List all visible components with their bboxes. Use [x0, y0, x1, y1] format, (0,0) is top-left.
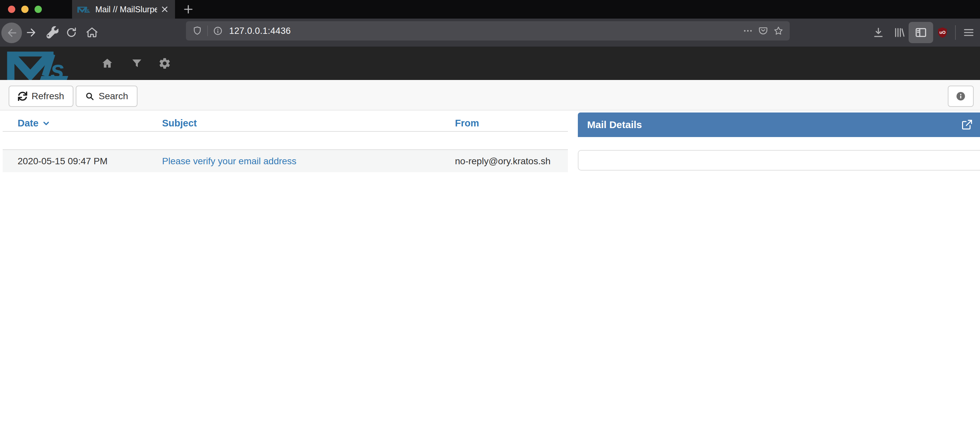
toolbar-separator [955, 25, 956, 40]
mail-subject-cell: Please verify your email address [147, 150, 440, 172]
gear-icon[interactable] [158, 57, 171, 70]
back-button[interactable] [1, 22, 22, 43]
about-button[interactable] [948, 86, 974, 107]
refresh-button-label: Refresh [32, 91, 64, 102]
mail-details-heading: Mail Details [578, 113, 980, 137]
mailslurper-logo: s [6, 50, 72, 80]
search-button[interactable]: Search [76, 86, 137, 107]
app-header: s [0, 47, 980, 80]
refresh-button[interactable]: Refresh [9, 86, 73, 107]
table-row-empty [3, 132, 568, 149]
page-actions-icon[interactable] [743, 25, 753, 36]
new-tab-icon[interactable] [182, 3, 195, 16]
sort-caret-down-icon [42, 119, 51, 128]
browser-tab[interactable]: s Mail // MailSlurper [72, 0, 175, 19]
filter-icon[interactable] [130, 57, 143, 70]
mail-details-title: Mail Details [587, 119, 642, 130]
mail-date-cell: 2020-05-15 09:47 PM [3, 150, 147, 172]
bookmark-star-icon[interactable] [773, 25, 784, 36]
search-icon [85, 92, 94, 101]
maximize-window-button[interactable] [35, 6, 42, 13]
mail-from-cell: no-reply@ory.kratos.sh [440, 150, 568, 172]
download-icon[interactable] [872, 26, 885, 39]
site-info-icon[interactable] [213, 25, 223, 36]
app-home-icon[interactable] [101, 57, 114, 70]
column-header-date[interactable]: Date [3, 116, 147, 131]
menu-icon[interactable] [963, 26, 975, 39]
mail-details-body [578, 150, 980, 170]
sidebar-toggle-button[interactable] [908, 22, 933, 43]
svg-text:uO: uO [940, 30, 945, 35]
urlbar-divider [207, 25, 208, 36]
tracking-shield-icon[interactable] [192, 25, 202, 36]
minimize-window-button[interactable] [21, 6, 29, 13]
back-icon [5, 27, 18, 39]
ublock-origin-icon[interactable]: uO [936, 26, 949, 39]
url-bar[interactable]: 127.0.0.1:4436 [186, 21, 790, 40]
forward-icon[interactable] [25, 26, 38, 39]
pocket-icon[interactable] [758, 25, 768, 36]
wrench-icon[interactable] [46, 26, 59, 39]
tab-close-icon[interactable] [160, 4, 170, 14]
info-circle-icon [955, 91, 966, 102]
browser-titlebar: s Mail // MailSlurper [0, 0, 980, 19]
tab-favicon-mailslurper-icon: s [77, 6, 91, 13]
refresh-icon [18, 92, 27, 101]
page-toolbar: Refresh Search [0, 80, 980, 111]
close-window-button[interactable] [8, 6, 15, 13]
library-icon[interactable] [893, 26, 905, 39]
mail-list-table: Date Subject From 2020-05-15 09:47 PM Pl… [3, 116, 568, 172]
table-row[interactable]: 2020-05-15 09:47 PM Please verify your e… [3, 149, 568, 172]
column-header-subject: Subject [147, 116, 440, 131]
mail-details-panel: Mail Details [578, 113, 980, 170]
external-link-icon[interactable] [961, 119, 973, 131]
browser-navbar: 127.0.0.1:4436 uO [0, 19, 980, 47]
mail-subject-link[interactable]: Please verify your email address [162, 156, 297, 167]
search-button-label: Search [99, 91, 128, 102]
home-icon[interactable] [86, 26, 98, 39]
sidebar-toggle-icon [914, 26, 928, 39]
mail-list-header-row: Date Subject From [3, 116, 568, 132]
url-text[interactable]: 127.0.0.1:4436 [229, 26, 291, 36]
reload-icon[interactable] [65, 26, 78, 39]
tab-title: Mail // MailSlurper [95, 5, 157, 14]
column-header-from: From [440, 116, 568, 131]
